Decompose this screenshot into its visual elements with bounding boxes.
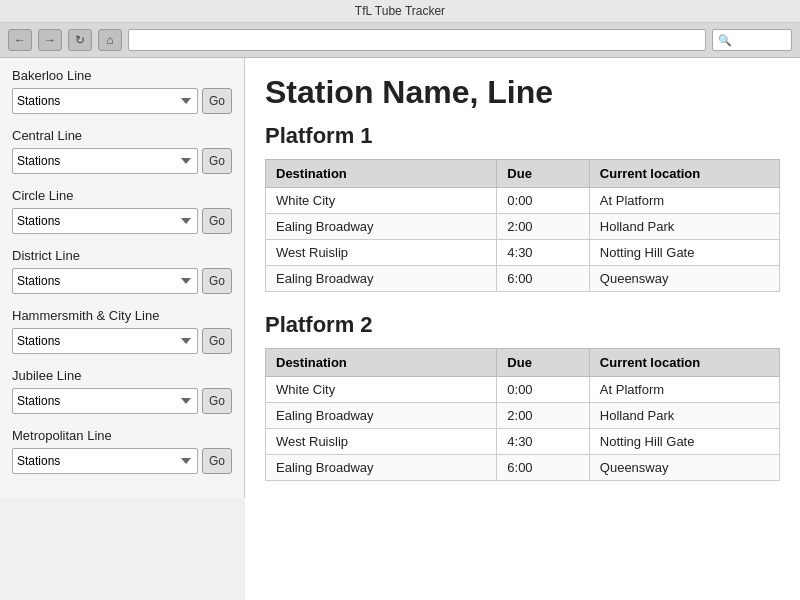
line-section-metropolitan: Metropolitan LineStationsGo — [12, 428, 232, 474]
cell-due-1-0: 0:00 — [497, 188, 590, 214]
line-controls-central: StationsGo — [12, 148, 232, 174]
station-select-circle[interactable]: Stations — [12, 208, 198, 234]
line-label-metropolitan: Metropolitan Line — [12, 428, 232, 443]
cell-location-2-0: At Platform — [589, 377, 779, 403]
table-row: West Ruislip4:30Notting Hill Gate — [266, 240, 780, 266]
cell-due-2-1: 2:00 — [497, 403, 590, 429]
browser-chrome: ← → ↻ ⌂ 🔍 — [0, 23, 800, 58]
platform-section-2: Platform 2DestinationDueCurrent location… — [265, 312, 780, 481]
home-button[interactable]: ⌂ — [98, 29, 122, 51]
line-controls-metropolitan: StationsGo — [12, 448, 232, 474]
station-select-central[interactable]: Stations — [12, 148, 198, 174]
line-label-jubilee: Jubilee Line — [12, 368, 232, 383]
line-section-circle: Circle LineStationsGo — [12, 188, 232, 234]
forward-button[interactable]: → — [38, 29, 62, 51]
cell-due-2-2: 4:30 — [497, 429, 590, 455]
table-row: Ealing Broadway6:00Queensway — [266, 266, 780, 292]
app-body: Bakerloo LineStationsGoCentral LineStati… — [0, 58, 800, 600]
line-controls-bakerloo: StationsGo — [12, 88, 232, 114]
col-header-location-2: Current location — [589, 349, 779, 377]
table-row: Ealing Broadway2:00Holland Park — [266, 214, 780, 240]
cell-destination-2-1: Ealing Broadway — [266, 403, 497, 429]
window-title: TfL Tube Tracker — [355, 4, 445, 18]
station-title: Station Name, Line — [265, 74, 780, 111]
go-button-district[interactable]: Go — [202, 268, 232, 294]
cell-location-2-2: Notting Hill Gate — [589, 429, 779, 455]
line-controls-jubilee: StationsGo — [12, 388, 232, 414]
col-header-due-2: Due — [497, 349, 590, 377]
cell-location-1-0: At Platform — [589, 188, 779, 214]
line-section-jubilee: Jubilee LineStationsGo — [12, 368, 232, 414]
cell-destination-1-2: West Ruislip — [266, 240, 497, 266]
line-controls-circle: StationsGo — [12, 208, 232, 234]
col-header-location-1: Current location — [589, 160, 779, 188]
cell-destination-1-3: Ealing Broadway — [266, 266, 497, 292]
go-button-hammersmith[interactable]: Go — [202, 328, 232, 354]
table-row: Ealing Broadway2:00Holland Park — [266, 403, 780, 429]
station-select-metropolitan[interactable]: Stations — [12, 448, 198, 474]
cell-location-2-3: Queensway — [589, 455, 779, 481]
line-section-hammersmith: Hammersmith & City LineStationsGo — [12, 308, 232, 354]
platform-heading-1: Platform 1 — [265, 123, 780, 149]
cell-due-1-3: 6:00 — [497, 266, 590, 292]
reload-button[interactable]: ↻ — [68, 29, 92, 51]
line-controls-hammersmith: StationsGo — [12, 328, 232, 354]
go-button-bakerloo[interactable]: Go — [202, 88, 232, 114]
station-select-district[interactable]: Stations — [12, 268, 198, 294]
station-select-jubilee[interactable]: Stations — [12, 388, 198, 414]
cell-destination-2-3: Ealing Broadway — [266, 455, 497, 481]
main-content: Station Name, Line Platform 1Destination… — [245, 58, 800, 600]
table-row: Ealing Broadway6:00Queensway — [266, 455, 780, 481]
search-icon: 🔍 — [718, 34, 732, 47]
platforms-container: Platform 1DestinationDueCurrent location… — [265, 123, 780, 481]
go-button-circle[interactable]: Go — [202, 208, 232, 234]
arrivals-table-1: DestinationDueCurrent locationWhite City… — [265, 159, 780, 292]
table-row: West Ruislip4:30Notting Hill Gate — [266, 429, 780, 455]
cell-due-1-2: 4:30 — [497, 240, 590, 266]
line-label-district: District Line — [12, 248, 232, 263]
line-controls-district: StationsGo — [12, 268, 232, 294]
address-bar[interactable] — [128, 29, 706, 51]
cell-destination-1-1: Ealing Broadway — [266, 214, 497, 240]
station-select-bakerloo[interactable]: Stations — [12, 88, 198, 114]
cell-destination-1-0: White City — [266, 188, 497, 214]
line-label-central: Central Line — [12, 128, 232, 143]
sidebar: Bakerloo LineStationsGoCentral LineStati… — [0, 58, 245, 600]
search-wrapper: 🔍 — [712, 29, 792, 51]
sidebar-lines: Bakerloo LineStationsGoCentral LineStati… — [12, 68, 232, 474]
col-header-destination-1: Destination — [266, 160, 497, 188]
title-bar: TfL Tube Tracker — [0, 0, 800, 23]
station-select-hammersmith[interactable]: Stations — [12, 328, 198, 354]
cell-due-2-3: 6:00 — [497, 455, 590, 481]
go-button-jubilee[interactable]: Go — [202, 388, 232, 414]
cell-location-1-1: Holland Park — [589, 214, 779, 240]
arrivals-table-2: DestinationDueCurrent locationWhite City… — [265, 348, 780, 481]
back-button[interactable]: ← — [8, 29, 32, 51]
cell-destination-2-0: White City — [266, 377, 497, 403]
col-header-due-1: Due — [497, 160, 590, 188]
col-header-destination-2: Destination — [266, 349, 497, 377]
go-button-central[interactable]: Go — [202, 148, 232, 174]
sidebar-scroll: Bakerloo LineStationsGoCentral LineStati… — [0, 58, 245, 498]
cell-due-1-1: 2:00 — [497, 214, 590, 240]
cell-location-1-2: Notting Hill Gate — [589, 240, 779, 266]
line-section-bakerloo: Bakerloo LineStationsGo — [12, 68, 232, 114]
line-label-bakerloo: Bakerloo Line — [12, 68, 232, 83]
line-label-circle: Circle Line — [12, 188, 232, 203]
line-label-hammersmith: Hammersmith & City Line — [12, 308, 232, 323]
platform-heading-2: Platform 2 — [265, 312, 780, 338]
go-button-metropolitan[interactable]: Go — [202, 448, 232, 474]
cell-destination-2-2: West Ruislip — [266, 429, 497, 455]
platform-section-1: Platform 1DestinationDueCurrent location… — [265, 123, 780, 292]
table-row: White City0:00At Platform — [266, 188, 780, 214]
line-section-central: Central LineStationsGo — [12, 128, 232, 174]
table-row: White City0:00At Platform — [266, 377, 780, 403]
cell-due-2-0: 0:00 — [497, 377, 590, 403]
line-section-district: District LineStationsGo — [12, 248, 232, 294]
cell-location-2-1: Holland Park — [589, 403, 779, 429]
cell-location-1-3: Queensway — [589, 266, 779, 292]
